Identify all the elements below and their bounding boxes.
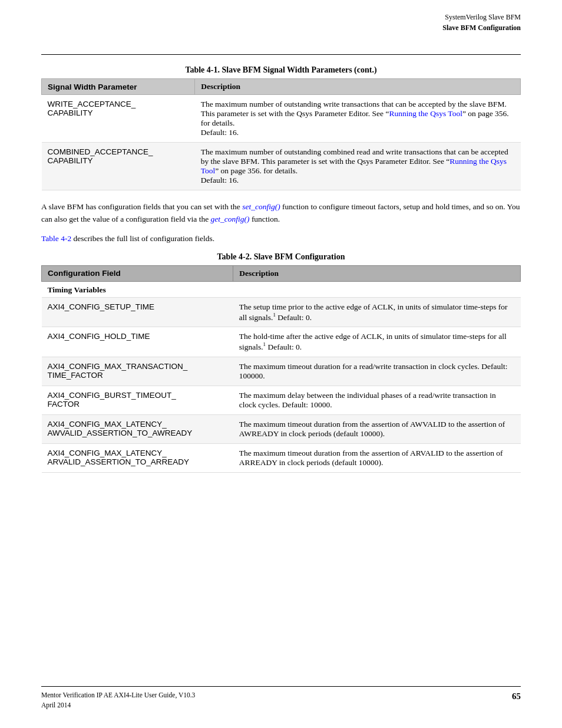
desc-max-latency-arvalid: The maximum timeout duration from the as… bbox=[233, 443, 521, 472]
link-running-qsys-2[interactable]: Running the Qsys Tool bbox=[201, 157, 507, 175]
desc-write-acceptance: The maximum number of outstanding write … bbox=[195, 95, 521, 143]
table1: Signal Width Parameter Description WRITE… bbox=[41, 78, 521, 190]
body-text-describes: describes the full list of configuration… bbox=[71, 234, 214, 243]
table2: Configuration Field Description Timing V… bbox=[41, 265, 521, 473]
header-line2: Slave BFM Configuration bbox=[442, 22, 521, 33]
table1-caption: Table 4-1. Slave BFM Signal Width Parame… bbox=[41, 65, 521, 75]
table-row: AXI4_CONFIG_MAX_LATENCY_ARVALID_ASSERTIO… bbox=[42, 443, 521, 472]
config-hold-time: AXI4_CONFIG_HOLD_TIME bbox=[42, 327, 233, 357]
link-running-qsys-1[interactable]: Running the Qsys Tool bbox=[389, 109, 462, 118]
body-para-2: Table 4-2 describes the full list of con… bbox=[41, 233, 521, 245]
timing-variables-label: Timing Variables bbox=[42, 281, 521, 297]
page-footer: Mentor Verification IP AE AXI4-Lite User… bbox=[41, 686, 521, 711]
table-row: AXI4_CONFIG_HOLD_TIME The hold-time afte… bbox=[42, 327, 521, 357]
section-header-timing: Timing Variables bbox=[42, 281, 521, 297]
page-header: SystemVerilog Slave BFM Slave BFM Config… bbox=[442, 12, 521, 33]
link-set-config[interactable]: set_config() bbox=[242, 202, 280, 211]
config-max-transaction: AXI4_CONFIG_MAX_TRANSACTION_TIME_FACTOR bbox=[42, 357, 233, 386]
table-row: AXI4_CONFIG_SETUP_TIME The setup time pr… bbox=[42, 297, 521, 327]
param-write-acceptance: WRITE_ACCEPTANCE_CAPABILITY bbox=[42, 95, 195, 143]
table-row: AXI4_CONFIG_MAX_TRANSACTION_TIME_FACTOR … bbox=[42, 357, 521, 386]
table1-col2-header: Description bbox=[195, 79, 521, 95]
config-max-latency-arvalid: AXI4_CONFIG_MAX_LATENCY_ARVALID_ASSERTIO… bbox=[42, 443, 233, 472]
table-row: AXI4_CONFIG_MAX_LATENCY_AWVALID_ASSERTIO… bbox=[42, 414, 521, 443]
config-setup-time: AXI4_CONFIG_SETUP_TIME bbox=[42, 297, 233, 327]
desc-burst-timeout: The maximum delay between the individual… bbox=[233, 386, 521, 414]
footer-left: Mentor Verification IP AE AXI4-Lite User… bbox=[41, 690, 195, 711]
desc-setup-time: The setup time prior to the active edge … bbox=[233, 297, 521, 327]
body-text-end: function. bbox=[250, 215, 280, 223]
table2-col1-header: Configuration Field bbox=[42, 265, 233, 281]
param-combined-acceptance: COMBINED_ACCEPTANCE_CAPABILITY bbox=[42, 143, 195, 190]
config-burst-timeout: AXI4_CONFIG_BURST_TIMEOUT_FACTOR bbox=[42, 386, 233, 414]
body-para-1: A slave BFM has configuration fields tha… bbox=[41, 201, 521, 226]
link-table-4-2[interactable]: Table 4-2 bbox=[41, 234, 71, 243]
table-row: COMBINED_ACCEPTANCE_CAPABILITY The maxim… bbox=[42, 143, 521, 190]
link-get-config[interactable]: get_config() bbox=[211, 215, 250, 223]
table-row: AXI4_CONFIG_BURST_TIMEOUT_FACTOR The max… bbox=[42, 386, 521, 414]
header-rule bbox=[41, 54, 521, 55]
table1-col1-header: Signal Width Parameter bbox=[42, 79, 195, 95]
body-text-before-set-config: A slave BFM has configuration fields tha… bbox=[41, 202, 242, 211]
desc-hold-time: The hold-time after the active edge of A… bbox=[233, 327, 521, 357]
desc-max-latency-awvalid: The maximum timeout duration from the as… bbox=[233, 414, 521, 443]
table2-col2-header: Description bbox=[233, 265, 521, 281]
footer-line2: April 2014 bbox=[41, 700, 195, 710]
table-row: WRITE_ACCEPTANCE_CAPABILITY The maximum … bbox=[42, 95, 521, 143]
desc-combined-acceptance: The maximum number of outstanding combin… bbox=[195, 143, 521, 190]
footer-line1: Mentor Verification IP AE AXI4-Lite User… bbox=[41, 690, 195, 700]
footer-page-number: 65 bbox=[512, 691, 521, 701]
config-max-latency-awvalid: AXI4_CONFIG_MAX_LATENCY_AWVALID_ASSERTIO… bbox=[42, 414, 233, 443]
desc-max-transaction: The maximum timeout duration for a read/… bbox=[233, 357, 521, 386]
table2-caption: Table 4-2. Slave BFM Configuration bbox=[41, 252, 521, 262]
header-line1: SystemVerilog Slave BFM bbox=[442, 12, 521, 22]
